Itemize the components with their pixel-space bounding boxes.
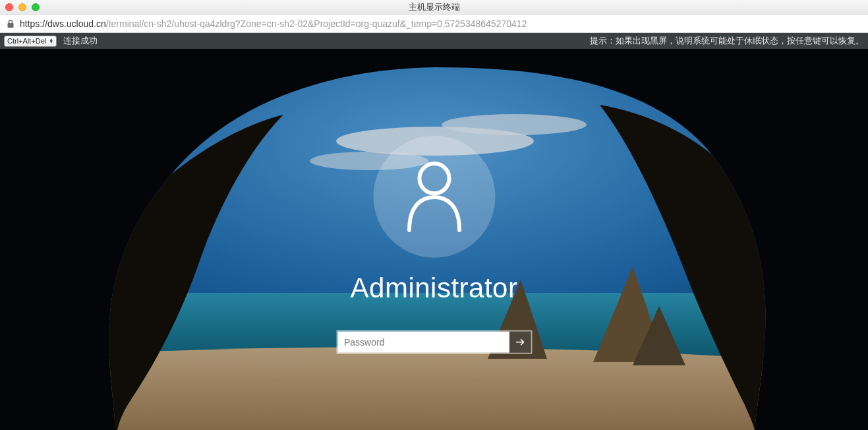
url-text[interactable]: https://dws.ucloud.cn/terminal/cn-sh2/uh… [20, 18, 527, 29]
arrow-right-icon [514, 336, 526, 348]
terminal-toolbar: Ctrl+Alt+Del ▲▼ 连接成功 提示：如果出现黑屏，说明系统可能处于休… [0, 33, 868, 49]
minimize-window-button[interactable] [18, 3, 26, 11]
username-label: Administrator [351, 272, 518, 304]
svg-point-6 [419, 164, 449, 193]
password-row [336, 330, 532, 354]
url-path: /terminal/cn-sh2/uhost-qa4zldrg?Zone=cn-… [106, 18, 527, 29]
login-panel: Administrator [336, 136, 532, 354]
remote-screen[interactable]: Administrator [0, 49, 868, 430]
svg-rect-0 [8, 23, 14, 28]
keyboard-shortcut-select[interactable]: Ctrl+Alt+Del ▲▼ [4, 36, 57, 47]
hint-text: 提示：如果出现黑屏，说明系统可能处于休眠状态，按任意键可以恢复。 [590, 36, 864, 47]
password-input[interactable] [337, 332, 509, 353]
user-avatar [373, 136, 495, 258]
select-arrows-icon: ▲▼ [49, 38, 53, 44]
window-titlebar: 主机显示终端 [0, 0, 868, 15]
url-bar: https://dws.ucloud.cn/terminal/cn-sh2/uh… [0, 15, 868, 33]
submit-button[interactable] [509, 332, 531, 353]
lock-icon [7, 19, 14, 28]
url-scheme: https:// [20, 18, 47, 29]
connection-status: 连接成功 [63, 36, 98, 47]
keyboard-shortcut-label: Ctrl+Alt+Del [7, 37, 46, 45]
user-icon [403, 159, 465, 234]
close-window-button[interactable] [5, 3, 13, 11]
url-host: dws.ucloud.cn [47, 18, 106, 29]
traffic-lights [5, 3, 40, 11]
maximize-window-button[interactable] [32, 3, 40, 11]
window-title: 主机显示终端 [409, 1, 460, 13]
